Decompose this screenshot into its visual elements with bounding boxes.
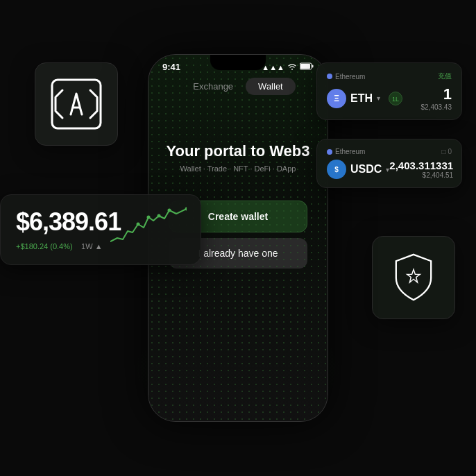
phone-notch [210,55,266,70]
hero-subtitle: Wallet · Trade · NFT · DeFi · DApp [148,164,328,173]
phone-tabs: Exchange Wallet [148,75,328,101]
eth-usd: $2,403.43 [421,103,452,111]
eth-swap-badge[interactable]: 1L [389,92,402,105]
eth-token-row: Ξ ETH ▾ 1L 1 $2,403.43 [327,85,452,111]
usdc-token-row: $ USDC ▾ 2,403.311331 $2,404.51 [327,160,452,179]
mini-chart-area [110,203,187,252]
eth-amount: 1 [421,85,452,103]
svg-rect-1 [312,65,314,68]
usdc-dot [327,149,332,155]
usdc-chain-label: Ethereum [327,148,365,155]
usdc-amount: 2,403.311331 [389,160,453,171]
eth-token-icon: Ξ [327,89,346,108]
card-usdc: Ethereum □ 0 $ USDC ▾ 2,403.311331 $2,40… [316,139,462,188]
svg-point-7 [168,209,171,212]
svg-rect-3 [52,80,101,128]
eth-chain-label: Ethereum [327,73,365,80]
eth-token-name: ETH [350,92,373,105]
scene: 9:41 ▲▲▲ [0,0,476,476]
card-shield [372,236,455,319]
eth-dropdown-arrow[interactable]: ▾ [377,94,380,102]
card-crypto-icon [35,62,118,146]
usdc-token-name: USDC [350,163,382,176]
wifi-icon [287,62,297,71]
status-time: 9:41 [162,62,180,72]
status-icons: ▲▲▲ [262,62,314,71]
battery-icon [300,62,314,71]
svg-rect-2 [300,64,310,69]
balance-change: +$180.24 (0.4%) [16,242,73,250]
balance-period: 1W ▲ [81,242,102,250]
signal-icon: ▲▲▲ [262,63,284,71]
hero-section: Your portal to Web3 Wallet · Trade · NFT… [148,101,328,187]
card-eth: Ethereum 充值 Ξ ETH ▾ 1L 1 $2,403.43 [316,62,462,120]
card-balance: $6,389.61 +$180.24 (0.4%) 1W ▲ [0,194,201,265]
svg-point-5 [147,216,151,219]
usdc-usd: $2,404.51 [389,171,453,179]
usdc-top-right: □ 0 [442,148,452,155]
tab-exchange[interactable]: Exchange [180,78,246,95]
svg-point-6 [158,214,161,218]
svg-point-4 [137,223,140,226]
tab-wallet[interactable]: Wallet [246,78,296,95]
eth-top-right: 充值 [438,71,452,81]
usdc-token-icon: $ [327,160,346,179]
hero-title: Your portal to Web3 [148,142,328,160]
eth-dot [327,74,332,79]
